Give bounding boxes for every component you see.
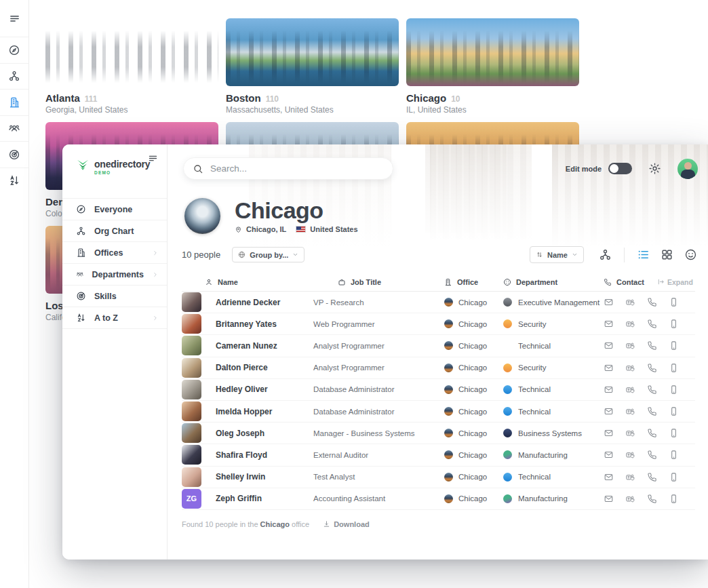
sidebar-item-a-to-z[interactable]: A to Z: [62, 307, 167, 329]
menu-icon[interactable]: [0, 0, 28, 37]
teams-icon[interactable]: [625, 428, 635, 438]
table-row[interactable]: Adrienne Decker VP - Research Chicago Ex…: [182, 292, 695, 313]
phone-icon[interactable]: [647, 494, 657, 504]
teams-icon[interactable]: [625, 340, 635, 351]
table-row[interactable]: Shelley Irwin Test Analyst Chicago Techn…: [182, 467, 695, 488]
everyone-icon[interactable]: [0, 37, 28, 63]
mobile-icon[interactable]: [669, 319, 679, 329]
mobile-icon[interactable]: [669, 472, 679, 482]
office-label: Chicago: [458, 408, 487, 416]
departments-icon[interactable]: [0, 115, 28, 142]
sidebar-item-label: Org Chart: [94, 227, 134, 236]
org-chart-icon[interactable]: [0, 63, 28, 90]
mail-icon[interactable]: [604, 406, 614, 416]
skills-icon[interactable]: [0, 141, 28, 168]
mobile-icon[interactable]: [669, 428, 679, 438]
search-input[interactable]: [210, 163, 384, 174]
phone-icon[interactable]: [647, 363, 657, 373]
phone-icon[interactable]: [647, 297, 657, 307]
mail-icon[interactable]: [604, 472, 614, 482]
person-department: Technical: [503, 385, 604, 394]
column-header-job-title[interactable]: Job Title: [313, 278, 444, 286]
mobile-icon[interactable]: [669, 363, 679, 373]
teams-icon[interactable]: [625, 472, 635, 482]
person-office: Chicago: [444, 429, 503, 437]
mail-icon[interactable]: [604, 385, 614, 395]
teams-icon[interactable]: [625, 319, 635, 329]
mobile-icon[interactable]: [669, 406, 679, 416]
city-card-atlanta[interactable]: Atlanta111 Georgia, United States: [45, 18, 218, 116]
mail-icon[interactable]: [604, 340, 614, 351]
mail-icon[interactable]: [604, 450, 614, 460]
table-body: Adrienne Decker VP - Research Chicago Ex…: [182, 292, 695, 510]
city-card-chicago[interactable]: Chicago10 IL, United States: [406, 18, 579, 116]
org-chart-view-icon[interactable]: [599, 248, 612, 261]
phone-icon[interactable]: [647, 340, 657, 351]
mobile-icon[interactable]: [669, 297, 679, 307]
teams-icon[interactable]: [625, 297, 635, 307]
download-button[interactable]: Download: [323, 520, 370, 528]
offices-icon[interactable]: [0, 89, 28, 115]
grid-view-icon[interactable]: [661, 248, 673, 261]
table-row[interactable]: ZG Zeph Griffin Accounting Assistant Chi…: [182, 488, 695, 510]
menu-icon[interactable]: [148, 153, 158, 163]
mobile-icon[interactable]: [669, 450, 679, 460]
mail-icon[interactable]: [604, 428, 614, 438]
mail-icon[interactable]: [604, 494, 614, 504]
person-department: Executive Management: [503, 298, 604, 307]
table-row[interactable]: Hedley Oliver Database Administrator Chi…: [182, 379, 695, 401]
table-row[interactable]: Cameran Nunez Analyst Programmer Chicago…: [182, 335, 695, 357]
teams-icon[interactable]: [625, 363, 635, 373]
person-job-title: Web Programmer: [313, 320, 444, 328]
sort-dropdown[interactable]: Name: [530, 246, 584, 263]
phone-icon[interactable]: [647, 472, 657, 482]
user-avatar[interactable]: [677, 159, 698, 179]
table-row[interactable]: Imelda Hopper Database Administrator Chi…: [182, 401, 695, 423]
teams-icon[interactable]: [625, 385, 635, 395]
expand-button[interactable]: Expand: [657, 278, 693, 286]
table-row[interactable]: Dalton Pierce Analyst Programmer Chicago…: [182, 357, 695, 379]
logo-icon: [77, 159, 90, 171]
list-view-icon[interactable]: [637, 248, 650, 261]
mail-icon[interactable]: [604, 363, 614, 373]
phone-icon[interactable]: [647, 385, 657, 395]
column-header-name[interactable]: Name: [182, 278, 313, 286]
column-header-department[interactable]: Department: [503, 278, 604, 286]
sidebar-item-offices[interactable]: Offices: [62, 242, 167, 264]
phone-icon[interactable]: [647, 406, 657, 416]
teams-icon[interactable]: [625, 494, 635, 504]
person-avatar: [182, 314, 201, 334]
office-dot-icon: [444, 298, 453, 307]
mobile-icon[interactable]: [669, 494, 679, 504]
table-row[interactable]: Oleg Joseph Manager - Business Systems C…: [182, 423, 695, 444]
sidebar-item-org-chart[interactable]: Org Chart: [62, 220, 167, 242]
sidebar-item-everyone[interactable]: Everyone: [62, 199, 167, 220]
mail-icon[interactable]: [604, 319, 614, 329]
person-office: Chicago: [444, 450, 503, 459]
gear-icon[interactable]: [648, 162, 661, 175]
column-header-contact[interactable]: Contact Expand: [604, 278, 695, 286]
emoji-view-icon[interactable]: [684, 248, 697, 261]
department-label: Executive Management: [518, 298, 599, 307]
background-sidebar: [0, 0, 29, 588]
a-to-z-icon[interactable]: [0, 168, 28, 194]
group-by-dropdown[interactable]: Group by...: [232, 247, 304, 262]
column-header-office[interactable]: Office: [444, 278, 503, 286]
sidebar-item-departments[interactable]: Departments: [62, 264, 167, 286]
edit-mode-toggle[interactable]: [608, 163, 632, 174]
sidebar-item-skills[interactable]: Skills: [62, 286, 167, 307]
mail-icon[interactable]: [604, 297, 614, 307]
mobile-icon[interactable]: [669, 340, 679, 351]
city-card-boston[interactable]: Boston110 Massachusetts, United States: [226, 18, 399, 116]
table-row[interactable]: Britanney Yates Web Programmer Chicago S…: [182, 313, 695, 335]
teams-icon[interactable]: [625, 406, 635, 416]
teams-icon[interactable]: [625, 450, 635, 460]
phone-icon[interactable]: [647, 428, 657, 438]
phone-icon[interactable]: [647, 450, 657, 460]
phone-icon[interactable]: [647, 319, 657, 329]
search-bar[interactable]: [183, 157, 393, 180]
city-count: 111: [85, 94, 98, 104]
table-row[interactable]: Shafira Floyd External Auditor Chicago M…: [182, 444, 695, 466]
avatar-face: [684, 162, 692, 170]
mobile-icon[interactable]: [669, 385, 679, 395]
